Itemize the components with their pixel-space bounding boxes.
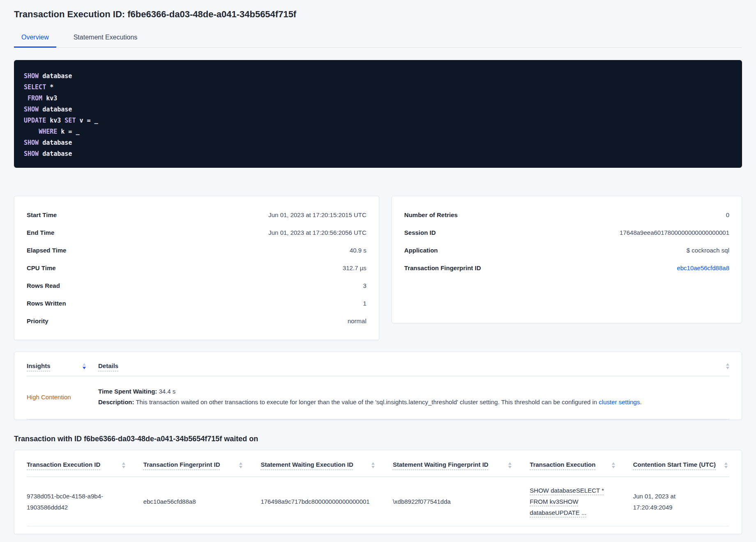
waited-on-table: Transaction Execution IDTransaction Fing…	[14, 450, 742, 534]
sql-line: WHERE k = _	[24, 126, 732, 137]
sort-arrows-icon[interactable]	[726, 363, 729, 369]
insights-table: Insights Details High Contention Time Sp…	[14, 352, 742, 420]
sort-arrows-icon[interactable]	[612, 462, 615, 468]
column-label[interactable]: Transaction Execution	[530, 461, 595, 468]
summary-row: Prioritynormal	[27, 312, 366, 330]
field-value: $ cockroach sql	[687, 247, 729, 254]
sort-arrows-icon[interactable]	[83, 363, 86, 369]
field-value: 312.7 µs	[343, 264, 366, 271]
field-value: normal	[348, 317, 366, 324]
sort-arrows-icon[interactable]	[371, 462, 375, 468]
field-value: Jun 01, 2023 at 17:20:15:2015 UTC	[268, 211, 366, 218]
field-label: Rows Written	[27, 300, 66, 307]
field-label: End Time	[27, 229, 54, 236]
field-value: 40.9 s	[350, 247, 366, 254]
cell-statement-waiting-fingerprint-id: \xdb8922f077541dda	[393, 496, 530, 507]
sort-arrows-icon[interactable]	[508, 462, 512, 468]
summary-cards-row: Start TimeJun 01, 2023 at 17:20:15:2015 …	[14, 196, 742, 340]
tab-overview[interactable]: Overview	[14, 30, 56, 48]
tab-bar: Overview Statement Executions	[14, 30, 742, 48]
sql-line: FROM kv3	[24, 93, 732, 104]
waited-on-table-body: 9738d051-bc0e-4158-a9b4-1903586ddd42ebc1…	[27, 477, 729, 526]
summary-row: End TimeJun 01, 2023 at 17:20:56:2056 UT…	[27, 224, 366, 241]
column-header-transaction-fingerprint-id: Transaction Fingerprint ID	[143, 461, 261, 468]
field-value: 1	[363, 300, 366, 307]
summary-row: Number of Retries0	[404, 206, 729, 224]
cell-contention-start-time: Jun 01, 2023 at 17:20:49:2049	[633, 491, 729, 513]
column-label[interactable]: Statement Waiting Fingerprint ID	[393, 461, 489, 468]
sql-statements-box: SHOW databaseSELECT * FROM kv3SHOW datab…	[14, 60, 742, 168]
sql-line: SHOW database	[24, 71, 732, 82]
field-value: 0	[726, 211, 729, 218]
summary-row: Application$ cockroach sql	[404, 241, 729, 259]
waited-on-table-header: Transaction Execution IDTransaction Fing…	[27, 450, 729, 477]
summary-row: Rows Read3	[27, 277, 366, 294]
field-label: Priority	[27, 317, 48, 324]
column-label[interactable]: Transaction Execution ID	[27, 461, 100, 468]
field-value: 3	[363, 282, 366, 289]
field-label: Elapsed Time	[27, 247, 66, 254]
insights-table-header: Insights Details	[27, 352, 729, 376]
column-header-transaction-execution: Transaction Execution	[530, 461, 633, 468]
summary-row: Session ID17648a9eea60178000000000000000…	[404, 224, 729, 241]
column-header-statement-waiting-execution-id: Statement Waiting Execution ID	[260, 461, 392, 468]
column-label[interactable]: Contention Start Time (UTC)	[633, 461, 716, 468]
summary-row: Rows Written1	[27, 294, 366, 312]
summary-row: CPU Time312.7 µs	[27, 259, 366, 277]
waited-on-title: Transaction with ID f6be6366-da03-48de-a…	[14, 435, 742, 443]
field-label: Number of Retries	[404, 211, 458, 218]
tab-statement-executions[interactable]: Statement Executions	[66, 30, 145, 48]
table-row: 9738d051-bc0e-4158-a9b4-1903586ddd42ebc1…	[27, 477, 729, 526]
sql-line: SELECT *	[24, 82, 732, 93]
insight-type-label: High Contention	[27, 394, 98, 401]
cell-transaction-fingerprint-id: ebc10ae56cfd88a8	[143, 496, 261, 507]
field-label: Application	[404, 247, 438, 254]
transaction-execution-link[interactable]: SHOW databaseSELECT * FROM kv3SHOW datab…	[530, 487, 604, 516]
column-header-statement-waiting-fingerprint-id: Statement Waiting Fingerprint ID	[393, 461, 530, 468]
cluster-settings-link[interactable]: cluster settings	[599, 398, 640, 405]
column-header-transaction-execution-id: Transaction Execution ID	[27, 461, 143, 468]
sort-arrows-icon[interactable]	[122, 462, 125, 468]
transaction-details-page: Transaction Execution ID: f6be6366-da03-…	[0, 0, 756, 534]
field-label: CPU Time	[27, 264, 56, 271]
insights-column-header: Insights	[27, 362, 98, 369]
insights-column-label[interactable]: Insights	[27, 362, 51, 369]
summary-row: Transaction Fingerprint IDebc10ae56cfd88…	[404, 259, 729, 277]
field-value: 17648a9eea6017800000000000000001	[620, 229, 729, 236]
cell-transaction-execution[interactable]: SHOW databaseSELECT * FROM kv3SHOW datab…	[530, 485, 633, 518]
field-label: Session ID	[404, 229, 436, 236]
field-value: Jun 01, 2023 at 17:20:56:2056 UTC	[268, 229, 366, 236]
column-label[interactable]: Statement Waiting Execution ID	[260, 461, 353, 468]
field-label: Rows Read	[27, 282, 60, 289]
sql-line: SHOW database	[24, 148, 732, 160]
field-label: Transaction Fingerprint ID	[404, 264, 481, 271]
sql-line: UPDATE kv3 SET v = _	[24, 115, 732, 126]
insight-details: Time Spent Waiting: 34.4 s Description: …	[98, 386, 642, 408]
transaction-fingerprint-link[interactable]: ebc10ae56cfd88a8	[677, 264, 729, 271]
sql-line: SHOW database	[24, 104, 732, 115]
page-title: Transaction Execution ID: f6be6366-da03-…	[14, 9, 742, 20]
execution-details-card: Start TimeJun 01, 2023 at 17:20:15:2015 …	[14, 196, 379, 340]
summary-row: Start TimeJun 01, 2023 at 17:20:15:2015 …	[27, 206, 366, 224]
column-header-contention-start-time: Contention Start Time (UTC)	[633, 461, 729, 468]
sort-arrows-icon[interactable]	[724, 462, 728, 468]
sql-line: SHOW database	[24, 137, 732, 148]
field-label: Start Time	[27, 211, 57, 218]
cell-transaction-execution-id: 9738d051-bc0e-4158-a9b4-1903586ddd42	[27, 491, 143, 513]
summary-row: Elapsed Time40.9 s	[27, 241, 366, 259]
insight-description: Description: This transaction waited on …	[98, 397, 642, 408]
time-spent-waiting: Time Spent Waiting: 34.4 s	[98, 386, 642, 397]
insight-row: High Contention Time Spent Waiting: 34.4…	[27, 376, 729, 419]
details-column-label[interactable]: Details	[98, 362, 118, 369]
cell-statement-waiting-execution-id: 176498a9c717bdc80000000000000001	[260, 496, 392, 507]
session-details-card: Number of Retries0Session ID17648a9eea60…	[392, 196, 742, 323]
sort-arrows-icon[interactable]	[239, 462, 242, 468]
column-label[interactable]: Transaction Fingerprint ID	[143, 461, 220, 468]
